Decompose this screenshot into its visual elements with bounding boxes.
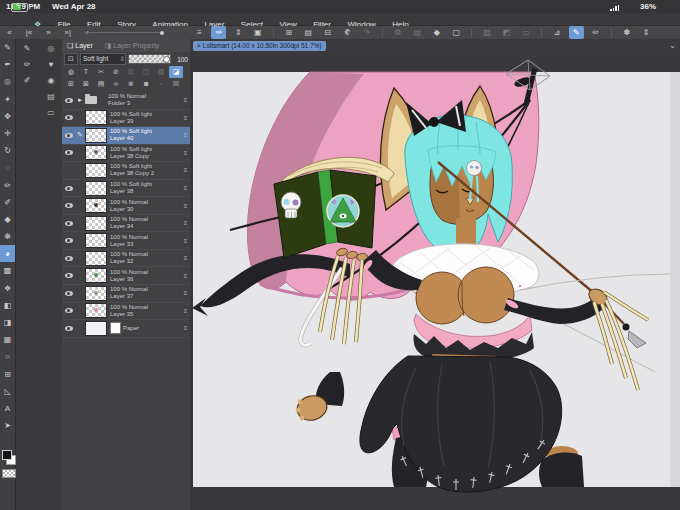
transparent-color-swatch[interactable]	[2, 469, 16, 478]
dock-color-wheel-icon[interactable]: ◉	[44, 73, 58, 89]
row-menu-icon[interactable]: ≡	[181, 273, 190, 279]
reference-icon[interactable]: ◪	[169, 66, 183, 78]
visibility-eye-icon[interactable]	[62, 221, 75, 226]
layer-row-folder-3[interactable]: ▸ 100 % NormalFolder 3 ≡	[62, 92, 190, 110]
visibility-eye-icon[interactable]	[62, 238, 75, 243]
foreground-color-swatch[interactable]	[2, 450, 12, 460]
tool-move[interactable]: ✛	[0, 125, 15, 142]
row-menu-icon[interactable]: ≡	[181, 255, 190, 261]
delete-layer-icon[interactable]: ☒	[169, 78, 183, 90]
layer-row[interactable]: 100 % NormalLayer 30 ≡	[62, 197, 190, 215]
row-menu-icon[interactable]: ≡	[181, 290, 190, 296]
material-icon[interactable]: ▤	[410, 26, 425, 39]
undo-icon[interactable]: ↶	[340, 26, 355, 39]
tool-text[interactable]: A	[0, 400, 15, 417]
layer-row-hidden[interactable]: 100 % Soft lightLayer 38 Copy 2 ≡	[62, 162, 190, 180]
row-menu-icon[interactable]: ≡	[181, 308, 190, 314]
nav-next-icon[interactable]: »|	[60, 26, 75, 39]
new-layer-2-icon[interactable]: ⊠	[79, 78, 93, 90]
tool-frame[interactable]: ⊞	[0, 366, 15, 383]
tool-rotate[interactable]: ↻	[0, 142, 15, 159]
clip-below-icon[interactable]: T	[79, 66, 93, 78]
lock-icon[interactable]: ⊘	[109, 66, 123, 78]
visibility-eye-icon[interactable]	[62, 133, 75, 138]
layer-row[interactable]: 100 % NormalLayer 35 ≡	[62, 303, 190, 321]
palm-rejection-icon[interactable]: ✽	[619, 26, 634, 39]
commandbar-slider[interactable]	[84, 32, 160, 33]
dock-quick-access-icon[interactable]: ♥	[44, 57, 58, 73]
row-menu-icon[interactable]: ≡	[181, 238, 190, 244]
layer-row[interactable]: 100 % Soft lightLayer 38 ≡	[62, 180, 190, 198]
open-file-icon[interactable]: ▤	[301, 26, 316, 39]
visibility-eye-icon[interactable]	[62, 168, 75, 173]
tool-pencil[interactable]: ✐	[0, 194, 15, 211]
new-layer-icon[interactable]: ⊞	[64, 78, 78, 90]
tool-eyedropper[interactable]: ✒	[0, 56, 15, 73]
layer-row-selected[interactable]: ✎ 100 % Soft lightLayer 40 ≡	[62, 127, 190, 145]
dock-timeline-icon[interactable]: ▭	[44, 105, 58, 121]
dock-layers-icon[interactable]: ▤	[44, 89, 58, 105]
subtool-brush-2-icon[interactable]: ✏	[20, 57, 34, 73]
cut-icon[interactable]: ✂	[94, 66, 108, 78]
canvas-artwork[interactable]	[190, 52, 680, 510]
dock-navigator-icon[interactable]: ◎	[44, 41, 58, 57]
visibility-eye-icon[interactable]	[62, 291, 75, 296]
select-shrink-icon[interactable]: ◩	[499, 26, 514, 39]
commandbar-slider-knob[interactable]	[160, 31, 164, 35]
layer-row-paper[interactable]: Paper ≡	[62, 320, 190, 338]
select-rect-icon[interactable]: ▧	[480, 26, 495, 39]
tool-shape[interactable]: ○	[0, 348, 15, 365]
tool-eraser[interactable]: ◆	[0, 211, 15, 228]
screentone-icon[interactable]: ▨	[154, 66, 168, 78]
tab-layer-property[interactable]: ◨ Layer Property	[100, 39, 165, 52]
layer-row[interactable]: 100 % Soft lightLayer 38 Copy ≡	[62, 145, 190, 163]
layer-row[interactable]: 100 % NormalLayer 34 ≡	[62, 215, 190, 233]
eraser-mode-icon[interactable]: ◆	[429, 26, 444, 39]
redo-icon[interactable]: ↷	[359, 26, 374, 39]
pen-settings-icon[interactable]: ✑	[211, 26, 226, 39]
nav-collapse-icon[interactable]: «	[2, 26, 17, 39]
tool-tone[interactable]: ▦	[0, 331, 15, 348]
visibility-eye-icon[interactable]	[62, 186, 75, 191]
row-menu-icon[interactable]: ≡	[181, 325, 190, 331]
row-menu-icon[interactable]: ≡	[181, 220, 190, 226]
lock-transparent-icon[interactable]: ⊡	[124, 66, 138, 78]
line-mode-icon[interactable]: ⊿	[549, 26, 564, 39]
new-folder-icon[interactable]: ▤	[94, 78, 108, 90]
merge-down-icon[interactable]: ⊗	[124, 78, 138, 90]
layer-color-icon[interactable]: ◍	[64, 66, 78, 78]
tool-zoom[interactable]: ◎	[0, 73, 15, 90]
tool-decoration[interactable]: ❋	[0, 228, 15, 245]
visibility-eye-icon[interactable]	[62, 150, 75, 155]
blend-mode-select[interactable]: Soft light ⇕	[80, 53, 126, 65]
row-menu-icon[interactable]: ≡	[181, 185, 190, 191]
bar-collapse-icon[interactable]: ⇕	[639, 26, 654, 39]
row-menu-icon[interactable]: ≡	[181, 203, 190, 209]
visibility-eye-icon[interactable]	[62, 115, 75, 120]
layer-row[interactable]: 100 % NormalLayer 32 ≡	[62, 250, 190, 268]
tab-layer[interactable]: ❏ Layer	[62, 39, 98, 52]
export-icon[interactable]: ⊟	[320, 26, 335, 39]
document-tab[interactable]: × Loltsmart (14.00 x 10.50in 300dpi 51.7…	[193, 41, 326, 51]
row-menu-icon[interactable]: ≡	[181, 97, 190, 103]
pen-mode-icon[interactable]: ✎	[569, 26, 584, 39]
close-tab-icon[interactable]: ×	[197, 42, 201, 49]
select-clear-icon[interactable]: ▭	[519, 26, 534, 39]
visibility-eye-icon[interactable]	[62, 98, 75, 103]
tool-gradient-2[interactable]: ◨	[0, 314, 15, 331]
nav-prev-icon[interactable]: »	[41, 26, 56, 39]
layer-row[interactable]: 100 % Soft lightLayer 39 ≡	[62, 110, 190, 128]
layer-row[interactable]: 100 % NormalLayer 33 ≡	[62, 232, 190, 250]
tool-operate[interactable]: ✦	[0, 91, 15, 108]
brush-mode-icon[interactable]: ✏	[588, 26, 603, 39]
tool-pen[interactable]: ✎	[0, 39, 15, 56]
tool-polyline[interactable]: ➤	[0, 417, 15, 434]
visibility-eye-icon[interactable]	[62, 273, 75, 278]
expand-arrow-icon[interactable]: ▸	[75, 96, 85, 104]
layer-row[interactable]: 100 % NormalLayer 36 ≡	[62, 267, 190, 285]
palette-color-icon[interactable]: ⊡	[64, 53, 78, 65]
visibility-eye-icon[interactable]	[62, 256, 75, 261]
tool-fill-2[interactable]: ◧	[0, 297, 15, 314]
subtool-brush-3-icon[interactable]: ✐	[20, 73, 34, 89]
visibility-eye-icon[interactable]	[62, 308, 75, 313]
